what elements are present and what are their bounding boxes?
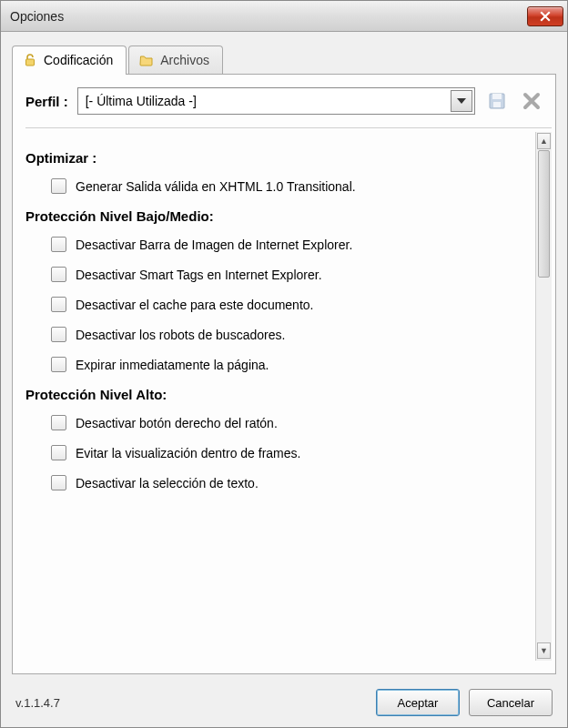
option-boton-derecho[interactable]: Desactivar botón derecho del ratón. (51, 415, 528, 430)
delete-profile-button[interactable] (519, 88, 544, 114)
option-xhtml[interactable]: Generar Salida válida en XHTML 1.0 Trans… (51, 178, 528, 194)
close-button[interactable] (527, 6, 563, 26)
scroll-thumb[interactable] (538, 150, 550, 278)
svg-rect-2 (492, 94, 502, 99)
option-label: Evitar la visualización dentro de frames… (76, 446, 300, 460)
options-scroll-area: Optimizar : Generar Salida válida en XHT… (25, 132, 552, 661)
profile-row: Perfil : [- Última Utilizada -] (25, 87, 552, 128)
svg-rect-3 (493, 102, 501, 107)
checkbox[interactable] (51, 327, 66, 342)
option-label: Desactivar Smart Tags en Internet Explor… (76, 268, 322, 282)
option-label: Desactivar Barra de Imagen de Internet E… (76, 238, 352, 252)
scroll-up-icon[interactable]: ▲ (537, 133, 551, 149)
tab-codificacion[interactable]: Codificación (12, 46, 127, 75)
floppy-icon (487, 91, 507, 111)
tab-label: Archivos (160, 53, 209, 67)
delete-x-icon (522, 92, 541, 110)
unlock-icon (22, 52, 38, 68)
checkbox[interactable] (51, 475, 66, 490)
checkbox[interactable] (51, 267, 66, 282)
section-alto: Protección Nivel Alto: (25, 387, 528, 402)
tabstrip: Codificación Archivos (12, 45, 556, 74)
checkbox[interactable] (51, 178, 66, 194)
tab-label: Codificación (44, 53, 113, 67)
checkbox[interactable] (51, 357, 66, 372)
cancel-button[interactable]: Cancelar (469, 689, 553, 716)
option-frames[interactable]: Evitar la visualización dentro de frames… (51, 445, 528, 460)
option-label: Desactivar botón derecho del ratón. (76, 416, 278, 430)
checkbox[interactable] (51, 445, 66, 460)
option-barra-ie[interactable]: Desactivar Barra de Imagen de Internet E… (51, 237, 528, 252)
scrollbar[interactable]: ▲ ▼ (535, 132, 552, 661)
folder-icon (138, 52, 155, 68)
svg-rect-0 (26, 59, 35, 66)
accept-button[interactable]: Aceptar (376, 689, 460, 716)
option-expirar[interactable]: Expirar inmediatamente la página. (51, 357, 528, 372)
profile-selected: [- Última Utilizada -] (86, 94, 197, 108)
checkbox[interactable] (51, 237, 66, 252)
profile-dropdown[interactable]: [- Última Utilizada -] (77, 87, 475, 115)
checkbox[interactable] (51, 297, 66, 312)
tab-panel-codificacion: Perfil : [- Última Utilizada -] Optimiza… (12, 74, 556, 674)
button-label: Cancelar (487, 696, 534, 710)
version-label: v.1.1.4.7 (15, 696, 60, 710)
options-dialog: Opciones Codificación Archivos Perfil : (0, 0, 568, 728)
section-bajo-medio: Protección Nivel Bajo/Medio: (25, 208, 528, 224)
option-label: Desactivar el cache para este documento. (76, 298, 313, 312)
option-label: Desactivar la selección de texto. (76, 476, 259, 490)
tab-archivos[interactable]: Archivos (128, 46, 223, 74)
option-label: Generar Salida válida en XHTML 1.0 Trans… (76, 179, 356, 194)
checkbox[interactable] (51, 415, 66, 430)
options-list: Optimizar : Generar Salida válida en XHT… (25, 132, 535, 661)
save-profile-button[interactable] (484, 88, 510, 114)
option-smart-tags[interactable]: Desactivar Smart Tags en Internet Explor… (51, 267, 528, 282)
dialog-footer: v.1.1.4.7 Aceptar Cancelar (12, 683, 556, 718)
button-label: Aceptar (398, 696, 439, 710)
scroll-down-icon[interactable]: ▼ (537, 642, 551, 659)
close-icon (540, 11, 551, 22)
titlebar[interactable]: Opciones (1, 1, 567, 32)
client-area: Codificación Archivos Perfil : [- Última… (1, 32, 567, 727)
option-cache[interactable]: Desactivar el cache para este documento. (51, 297, 528, 312)
chevron-down-icon[interactable] (451, 90, 472, 112)
option-robots[interactable]: Desactivar los robots de buscadores. (51, 327, 528, 342)
option-label: Expirar inmediatamente la página. (76, 358, 269, 372)
section-optimizar: Optimizar : (25, 150, 528, 166)
option-label: Desactivar los robots de buscadores. (76, 328, 285, 342)
window-title: Opciones (10, 9, 64, 24)
footer-buttons: Aceptar Cancelar (376, 689, 553, 716)
profile-label: Perfil : (25, 94, 68, 109)
option-seleccion[interactable]: Desactivar la selección de texto. (51, 475, 528, 490)
